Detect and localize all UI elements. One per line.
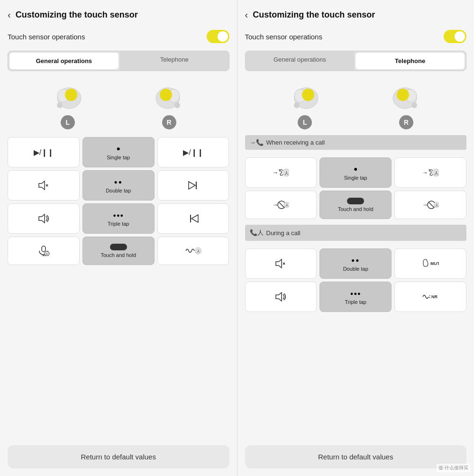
right-reject-right[interactable]: → 人 bbox=[394, 191, 466, 219]
left-ctrl-touch-hold[interactable]: Touch and hold bbox=[82, 237, 155, 265]
left-ctrl-mic[interactable]: 人 bbox=[8, 237, 80, 265]
mic-icon: 人 bbox=[37, 246, 50, 256]
right-tab-bar: General operations Telephone bbox=[245, 51, 467, 71]
call-receive-icon: →📞 bbox=[250, 139, 264, 146]
right-label-R: R bbox=[399, 115, 413, 129]
right-toggle[interactable] bbox=[444, 30, 466, 43]
left-controls-grid: ▶/❙❙ Single tap ▶/❙❙ Double tap bbox=[8, 137, 229, 265]
right-page-title: Customizing the touch sensor bbox=[253, 10, 375, 20]
svg-point-7 bbox=[174, 102, 180, 108]
svg-line-44 bbox=[429, 202, 434, 207]
left-ctrl-play-right[interactable]: ▶/❙❙ bbox=[157, 137, 229, 167]
mute-icon: MUTE bbox=[422, 258, 439, 269]
svg-point-6 bbox=[160, 89, 172, 101]
svg-text:MUTE: MUTE bbox=[430, 261, 439, 266]
single-tap-label: Single tap bbox=[107, 155, 130, 160]
triple-tap-dot bbox=[113, 211, 124, 219]
left-earbud-right-icon bbox=[153, 82, 186, 112]
left-ctrl-triple-tap[interactable]: Triple tap bbox=[82, 203, 155, 234]
right-return-button[interactable]: Return to default values bbox=[245, 445, 467, 468]
svg-text:→: → bbox=[273, 169, 278, 176]
svg-text:人: 人 bbox=[285, 203, 289, 207]
during-double-dot bbox=[351, 256, 360, 264]
left-earbud-left-icon bbox=[51, 82, 84, 112]
touch-hold-label: Touch and hold bbox=[100, 252, 136, 258]
left-tab-general[interactable]: General operations bbox=[9, 53, 118, 69]
right-triple-tap-during[interactable]: Triple tap bbox=[319, 282, 392, 312]
svg-point-26 bbox=[294, 102, 300, 108]
right-during-mute[interactable]: MUTE bbox=[394, 248, 466, 279]
left-ctrl-double-tap[interactable]: Double tap bbox=[82, 170, 155, 201]
left-ctrl-play-left[interactable]: ▶/❙❙ bbox=[8, 137, 80, 167]
svg-text:→: → bbox=[273, 201, 278, 208]
during-double-label: Double tap bbox=[343, 266, 368, 272]
right-during-nr[interactable]: NR bbox=[394, 282, 466, 312]
right-single-tap-receive[interactable]: Single tap bbox=[319, 157, 392, 188]
left-ctrl-volup[interactable] bbox=[8, 203, 80, 234]
right-reject-left[interactable]: → 人 bbox=[245, 191, 317, 219]
right-panel: ‹ Customizing the touch sensor Touch sen… bbox=[237, 0, 474, 476]
double-tap-dot bbox=[114, 177, 123, 186]
right-toggle-label: Touch sensor operations bbox=[245, 33, 322, 41]
watermark: 值·什么值得买 bbox=[437, 464, 470, 472]
right-earbud-left-icon bbox=[288, 82, 321, 112]
left-toggle-label: Touch sensor operations bbox=[8, 33, 85, 41]
call-accept-left-icon: → 人 bbox=[272, 167, 289, 178]
svg-text:人: 人 bbox=[46, 253, 48, 256]
svg-point-25 bbox=[302, 89, 314, 101]
right-double-tap-during[interactable]: Double tap bbox=[319, 248, 392, 279]
left-return-button[interactable]: Return to default values bbox=[8, 445, 229, 468]
during-triple-dot bbox=[350, 289, 361, 297]
vol-up-icon bbox=[38, 214, 49, 223]
nr-icon: NR bbox=[422, 292, 439, 302]
right-during-volup[interactable] bbox=[245, 282, 317, 312]
right-toggle-row: Touch sensor operations bbox=[245, 28, 467, 45]
receive-hold-label: Touch and hold bbox=[338, 206, 374, 212]
right-section-receiving: →📞 When receiving a call bbox=[245, 135, 467, 150]
svg-text:人: 人 bbox=[434, 171, 438, 175]
left-back-button[interactable]: ‹ bbox=[8, 9, 11, 20]
left-page-title: Customizing the touch sensor bbox=[16, 10, 138, 20]
left-earbud-left: L bbox=[51, 82, 84, 129]
touch-hold-dot bbox=[110, 244, 127, 250]
right-back-button[interactable]: ‹ bbox=[245, 9, 248, 20]
left-ctrl-voldown[interactable] bbox=[8, 170, 80, 201]
next-icon bbox=[188, 181, 199, 190]
right-touch-hold-receive[interactable]: Touch and hold bbox=[319, 191, 392, 219]
left-toggle[interactable] bbox=[207, 30, 229, 43]
left-toggle-row: Touch sensor operations bbox=[8, 28, 229, 45]
svg-marker-51 bbox=[276, 293, 282, 301]
right-accept-right[interactable]: → 人 bbox=[394, 157, 466, 188]
right-tab-telephone[interactable]: Telephone bbox=[356, 53, 465, 69]
right-during-voldown[interactable] bbox=[245, 248, 317, 279]
during-vol-up-icon bbox=[275, 292, 286, 302]
svg-point-30 bbox=[411, 102, 417, 108]
left-ctrl-wave[interactable]: 人 bbox=[157, 237, 229, 265]
wave-icon: 人 bbox=[185, 246, 202, 256]
svg-line-39 bbox=[279, 202, 284, 207]
right-earbud-left: L bbox=[288, 82, 321, 129]
left-panel: ‹ Customizing the touch sensor Touch sen… bbox=[0, 0, 237, 476]
left-label-L: L bbox=[61, 115, 75, 129]
left-ctrl-next[interactable] bbox=[157, 170, 229, 201]
left-tab-telephone[interactable]: Telephone bbox=[120, 51, 229, 71]
svg-marker-13 bbox=[39, 214, 45, 223]
svg-text:→: → bbox=[422, 201, 428, 208]
receive-hold-dot bbox=[347, 198, 364, 204]
vol-down-icon bbox=[38, 181, 49, 190]
right-accept-left[interactable]: → 人 bbox=[245, 157, 317, 188]
svg-text:人: 人 bbox=[435, 203, 438, 207]
triple-tap-label: Triple tap bbox=[108, 221, 129, 227]
right-earbuds-row: L R bbox=[245, 77, 467, 129]
left-ctrl-single-tap[interactable]: Single tap bbox=[82, 137, 155, 167]
svg-rect-16 bbox=[42, 246, 46, 252]
right-tab-general[interactable]: General operations bbox=[246, 51, 355, 71]
right-receiving-grid: → 人 Single tap → 人 → bbox=[245, 157, 467, 219]
left-label-R: R bbox=[162, 115, 176, 129]
call-reject-right-icon: → 人 bbox=[422, 199, 439, 211]
during-vol-down-icon bbox=[275, 259, 286, 268]
left-ctrl-prev[interactable] bbox=[157, 203, 229, 234]
right-header: ‹ Customizing the touch sensor bbox=[245, 9, 467, 20]
svg-point-29 bbox=[397, 89, 409, 101]
svg-point-3 bbox=[57, 102, 63, 108]
